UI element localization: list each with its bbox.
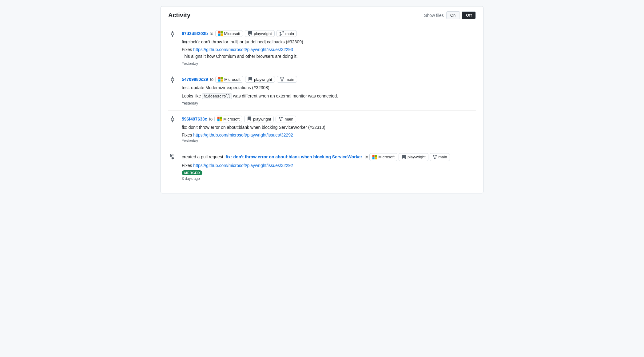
repo-name-badge: playwright xyxy=(244,116,274,122)
fixes-line: Fixes https://github.com/microsoft/playw… xyxy=(182,133,476,137)
microsoft-logo-icon xyxy=(218,31,223,36)
commit-line: 67d3d5f203b to Microsoft xyxy=(182,30,476,37)
svg-rect-4 xyxy=(221,31,223,34)
timestamp: 3 days ago xyxy=(182,177,476,181)
repo-name: playwright xyxy=(253,117,271,121)
branch-name: main xyxy=(284,117,293,121)
commit-icon xyxy=(169,31,176,37)
svg-rect-21 xyxy=(372,155,375,157)
timestamp: Yesterday xyxy=(182,101,476,105)
fixes-prefix: Fixes xyxy=(182,133,193,137)
commit-icon-col xyxy=(168,30,177,66)
repo-name-badge: playwright xyxy=(245,30,275,37)
fixes-line: Fixes https://github.com/microsoft/playw… xyxy=(182,47,476,52)
repo-name-badge: playwright xyxy=(399,153,428,161)
show-files-area: Show files On Off xyxy=(424,11,476,19)
to-text: to xyxy=(209,117,213,121)
svg-point-0 xyxy=(171,33,174,35)
commit-hash-link[interactable]: 67d3d5f203b xyxy=(182,31,208,36)
commit-desc: Looks like hiddenscroll was different wh… xyxy=(182,93,476,99)
svg-rect-20 xyxy=(220,119,222,121)
repo-badge: Microsoft xyxy=(214,116,242,122)
branch-icon xyxy=(278,117,283,121)
timestamp: Yesterday xyxy=(182,139,476,143)
desc-after-code: was different when an external monitor w… xyxy=(232,93,338,98)
repo-badge: Microsoft xyxy=(215,30,243,37)
pr-content: created a pull request fix: don't throw … xyxy=(182,153,476,181)
org-name: Microsoft xyxy=(223,117,240,121)
commit-icon-col xyxy=(168,116,177,143)
to-text: to xyxy=(210,31,213,36)
svg-rect-12 xyxy=(218,79,221,81)
svg-rect-22 xyxy=(375,155,377,157)
repo-icon xyxy=(248,77,253,82)
fixes-link[interactable]: https://github.com/microsoft/playwright/… xyxy=(193,133,293,137)
list-item: 67d3d5f203b to Microsoft xyxy=(168,25,476,71)
repo-name: playwright xyxy=(254,31,272,36)
repo-name: playwright xyxy=(254,77,272,82)
svg-rect-13 xyxy=(221,79,223,81)
commit-message: fix(clock): don't throw for |null| or |u… xyxy=(182,39,476,45)
microsoft-logo-icon xyxy=(218,77,223,82)
svg-rect-11 xyxy=(221,77,223,79)
org-name: Microsoft xyxy=(224,77,241,82)
pr-icon-col xyxy=(168,153,177,181)
code-snippet: hiddenscroll xyxy=(202,93,232,99)
page-title: Activity xyxy=(168,12,190,19)
svg-rect-3 xyxy=(218,31,220,34)
branch-badge: main xyxy=(430,153,450,161)
commit-content: 67d3d5f203b to Microsoft xyxy=(182,30,476,66)
commit-hash-link[interactable]: 596f497633c xyxy=(182,117,207,121)
activity-list: 67d3d5f203b to Microsoft xyxy=(168,25,476,186)
org-name: Microsoft xyxy=(378,154,395,160)
commit-icon-col xyxy=(168,76,177,105)
repo-name: playwright xyxy=(407,154,426,160)
svg-point-7 xyxy=(171,78,174,81)
fixes-prefix: Fixes xyxy=(182,163,193,168)
repo-icon xyxy=(248,31,252,36)
fixes-link[interactable]: https://github.com/microsoft/playwright/… xyxy=(193,163,293,168)
repo-icon xyxy=(247,117,252,121)
branch-icon xyxy=(432,155,437,160)
pr-action-prefix: created a pull request xyxy=(182,154,225,160)
commit-hash-link[interactable]: 54709880c29 xyxy=(182,77,208,82)
list-item: 54709880c29 to Microsoft xyxy=(168,71,476,111)
branch-icon xyxy=(280,77,284,82)
branch-name: main xyxy=(286,77,294,82)
branch-badge: main xyxy=(276,30,297,37)
org-name: Microsoft xyxy=(224,31,241,36)
fixes-line: Fixes https://github.com/microsoft/playw… xyxy=(182,163,476,168)
branch-icon xyxy=(279,31,284,36)
merged-badge-container: MERGED xyxy=(182,169,476,175)
svg-point-14 xyxy=(171,118,174,121)
repo-icon xyxy=(401,155,406,160)
repo-badge: Microsoft xyxy=(215,76,243,83)
fixes-prefix: Fixes xyxy=(182,47,193,52)
toggle-off-button[interactable]: Off xyxy=(462,11,476,19)
fixes-link[interactable]: https://github.com/microsoft/playwright/… xyxy=(193,47,293,52)
to-text: to xyxy=(210,77,214,82)
commit-message: test: update Modernizir expectations (#3… xyxy=(182,85,476,91)
svg-rect-6 xyxy=(221,34,223,36)
commit-line: 596f497633c to Microsoft xyxy=(182,116,476,122)
branch-name: main xyxy=(285,31,294,36)
desc-before-code: Looks like xyxy=(182,93,202,98)
microsoft-logo-icon xyxy=(372,155,377,160)
commit-line: 54709880c29 to Microsoft xyxy=(182,76,476,83)
list-item: created a pull request fix: don't throw … xyxy=(168,148,476,186)
activity-header: Activity Show files On Off xyxy=(168,11,476,19)
list-item: 596f497633c to Microsoft xyxy=(168,111,476,148)
pr-title-link[interactable]: fix: don't throw error on about:blank wh… xyxy=(226,154,362,160)
commit-icon xyxy=(169,77,176,83)
commit-content: 54709880c29 to Microsoft xyxy=(182,76,476,105)
timestamp: Yesterday xyxy=(182,61,476,66)
svg-rect-23 xyxy=(372,157,375,159)
svg-rect-10 xyxy=(218,77,221,79)
commit-icon xyxy=(169,116,176,122)
toggle-on-button[interactable]: On xyxy=(446,11,459,19)
commit-desc: This aligns it how Chromium and other br… xyxy=(182,53,476,60)
svg-rect-5 xyxy=(218,34,220,36)
activity-container: Activity Show files On Off 67d3d5f203b t… xyxy=(161,6,483,193)
branch-badge: main xyxy=(277,76,297,83)
repo-badge: Microsoft xyxy=(369,153,397,161)
